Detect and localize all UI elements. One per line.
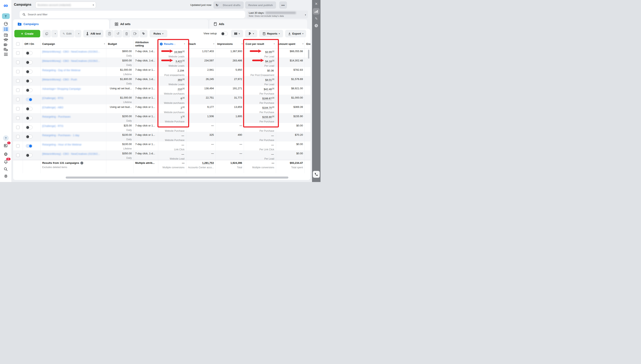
- campaign-name[interactable]: Advantage+ Shopping Campaign: [42, 87, 81, 90]
- campaign-toggle[interactable]: [26, 116, 33, 120]
- campaign-toggle[interactable]: [26, 144, 33, 148]
- select-all-checkbox[interactable]: [16, 42, 20, 46]
- row-checkbox[interactable]: [16, 60, 20, 64]
- campaign-toggle[interactable]: [26, 98, 33, 102]
- campaign-toggle[interactable]: [26, 126, 33, 129]
- rules-button[interactable]: Rules▾: [150, 30, 167, 37]
- campaigns-nav-icon[interactable]: [3, 26, 9, 32]
- summary-row: Results from 131 campaignsi Excludes del…: [13, 160, 310, 173]
- edit-panel-icon[interactable]: ✎: [315, 16, 318, 21]
- horizontal-scrollbar[interactable]: [66, 176, 288, 178]
- move-button[interactable]: [131, 30, 139, 37]
- history-clock-icon[interactable]: [314, 24, 318, 28]
- campaign-name[interactable]: Retargeting - Purchases - 1 day: [42, 134, 80, 137]
- sort-descending-icon: ↓: [174, 42, 176, 46]
- campaign-name[interactable]: [MelaninMoney] - CBO : NewCreatives (02/…: [42, 60, 100, 62]
- settings-gear-icon[interactable]: ⚙: [3, 152, 9, 157]
- search-input[interactable]: Search and filter: [20, 11, 245, 18]
- row-checkbox[interactable]: [16, 126, 20, 129]
- campaign-name[interactable]: Retargeting - Day of the Webinar: [42, 69, 81, 72]
- campaign-name[interactable]: [Challenge] - ABO: [42, 106, 63, 109]
- tag-button[interactable]: [140, 30, 148, 37]
- close-icon[interactable]: ×: [315, 2, 318, 6]
- clipboard-button[interactable]: [106, 30, 114, 37]
- billing-icon[interactable]: [3, 47, 9, 52]
- insights-chart-icon[interactable]: [313, 8, 320, 14]
- column-header-on-off[interactable]: Off / On: [23, 40, 41, 48]
- discard-drafts-button[interactable]: Discard drafts: [220, 2, 244, 9]
- duplicate-button[interactable]: [43, 30, 51, 37]
- business-avatar[interactable]: T: [2, 13, 10, 19]
- row-checkbox[interactable]: [16, 79, 20, 82]
- row-checkbox[interactable]: [16, 51, 20, 55]
- campaign-name[interactable]: [Challenge] - RTG: [42, 96, 64, 100]
- search-nav-icon[interactable]: [3, 166, 9, 172]
- tab-campaigns[interactable]: Campaigns: [13, 20, 109, 29]
- campaign-name[interactable]: [MelaninMoney] - CBO : NewCreatives (02/…: [42, 152, 100, 155]
- account-dropdown[interactable]: Business account (redacted) ▾: [35, 2, 96, 8]
- meta-logo-icon[interactable]: ∞: [4, 2, 8, 8]
- campaign-toggle[interactable]: [26, 107, 33, 111]
- duplicate-caret-button[interactable]: ▾: [51, 30, 58, 37]
- campaign-name[interactable]: [Challenge] - RTG: [42, 124, 64, 128]
- row-checkbox[interactable]: [16, 70, 20, 73]
- campaign-name[interactable]: [MelaninMoney] - CBO : Push: [42, 78, 77, 81]
- review-publish-button[interactable]: Review and publish: [245, 2, 276, 9]
- view-setup-toggle[interactable]: [221, 32, 228, 36]
- column-header-attribution[interactable]: Attribution setting: [134, 40, 158, 48]
- column-header-cost-per-result[interactable]: Cost per result▼: [244, 40, 276, 48]
- account-overview-icon[interactable]: [3, 21, 9, 26]
- more-options-button[interactable]: •••: [279, 2, 287, 9]
- audiences-icon[interactable]: [3, 37, 9, 42]
- campaign-toggle[interactable]: [26, 79, 33, 83]
- column-header-end[interactable]: End: [305, 40, 310, 48]
- campaign-toggle[interactable]: [26, 153, 33, 157]
- results-value: —: [160, 152, 185, 156]
- vertical-scrollbar[interactable]: [308, 50, 309, 58]
- column-header-budget[interactable]: Budget: [106, 40, 134, 48]
- support-phone-icon[interactable]: [313, 171, 320, 178]
- campaign-toggle[interactable]: [26, 135, 33, 138]
- campaign-toggle[interactable]: [26, 60, 33, 64]
- column-header-amount-spent[interactable]: Amount spent▼: [276, 40, 305, 48]
- row-checkbox[interactable]: [16, 144, 20, 148]
- breakdown-icon: [248, 32, 251, 35]
- undo-button[interactable]: ↺: [114, 30, 122, 37]
- cost-per-result-type: Per Post Engagement: [246, 74, 274, 76]
- column-header-campaign[interactable]: Campaign▼: [41, 40, 106, 48]
- tab-ad-sets[interactable]: Ad sets: [110, 20, 208, 29]
- row-checkbox[interactable]: [16, 107, 20, 110]
- create-button[interactable]: +Create: [14, 30, 40, 37]
- columns-button[interactable]: ▾: [231, 30, 243, 37]
- row-checkbox[interactable]: [16, 135, 20, 138]
- edit-caret-button[interactable]: ▾: [75, 30, 81, 37]
- all-tools-menu-icon[interactable]: [3, 52, 9, 57]
- help-icon[interactable]: ?: [3, 135, 9, 141]
- row-checkbox[interactable]: [16, 98, 20, 101]
- reports-button[interactable]: Reports▾: [259, 30, 283, 37]
- campaign-name[interactable]: Retargeting - Purchases: [42, 115, 71, 118]
- date-range-selector[interactable]: Last 30 days: Note: Does not include tod…: [247, 10, 308, 18]
- edit-button[interactable]: ✎Edit: [60, 30, 74, 37]
- campaign-name[interactable]: [MelaninMoney] - CBO : NewCreatives (02/…: [42, 50, 100, 53]
- notifications-bell-icon[interactable]: 41: [3, 159, 9, 164]
- delete-button[interactable]: [123, 30, 131, 37]
- breakdown-button[interactable]: ▾: [245, 30, 257, 37]
- row-checkbox[interactable]: [16, 116, 20, 120]
- campaign-toggle[interactable]: [26, 51, 33, 55]
- campaign-toggle[interactable]: [26, 70, 33, 74]
- tab-ads[interactable]: Ads: [209, 20, 307, 29]
- report-bug-icon[interactable]: [3, 173, 9, 178]
- column-header-results[interactable]: i Results ↓ ▼: [158, 40, 186, 48]
- campaign-name[interactable]: Retargeting - Hour of the Webinar: [42, 143, 82, 146]
- row-checkbox[interactable]: [16, 154, 20, 157]
- inbox-icon[interactable]: 1: [3, 143, 9, 148]
- column-header-impressions[interactable]: Impressions▼: [216, 40, 244, 48]
- column-header-reach[interactable]: Reach▼: [186, 40, 216, 48]
- summary-amount-spent: $93,234.47: [278, 162, 303, 165]
- export-button[interactable]: Export▾: [285, 30, 306, 37]
- amount-spent-value: $1,000.00: [278, 96, 303, 100]
- ab-test-button[interactable]: A/B test: [83, 30, 104, 37]
- row-checkbox[interactable]: [16, 88, 20, 92]
- campaign-toggle[interactable]: [26, 88, 33, 92]
